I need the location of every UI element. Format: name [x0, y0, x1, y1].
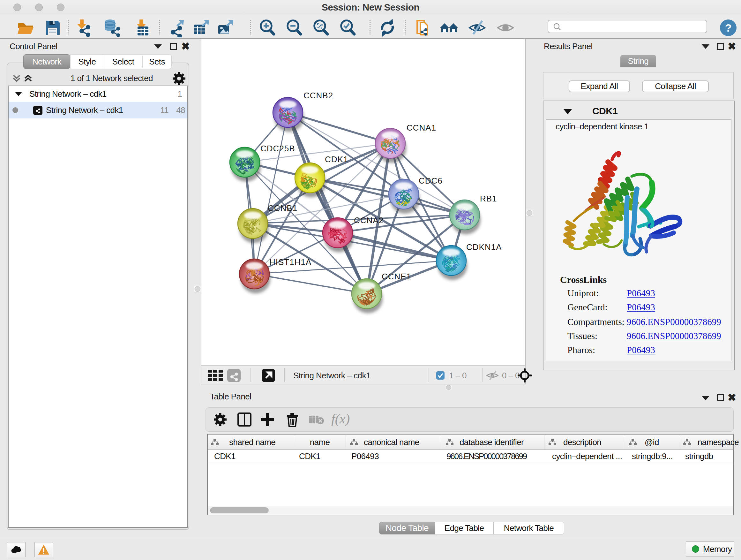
svg-text:CCNE1: CCNE1	[382, 272, 411, 281]
svg-text:CCNA1: CCNA1	[407, 123, 436, 132]
svg-text:CCNA2: CCNA2	[354, 215, 384, 225]
svg-text:HIST1H1A: HIST1H1A	[269, 257, 312, 267]
svg-text:CDC6: CDC6	[419, 176, 443, 186]
svg-text:CDC25B: CDC25B	[260, 144, 295, 153]
svg-text:CCNB2: CCNB2	[304, 91, 333, 100]
svg-text:RB1: RB1	[480, 194, 497, 203]
svg-text:CDKN1A: CDKN1A	[466, 242, 502, 252]
svg-text:CCNB1: CCNB1	[268, 203, 297, 213]
svg-text:CDK1: CDK1	[325, 154, 348, 164]
